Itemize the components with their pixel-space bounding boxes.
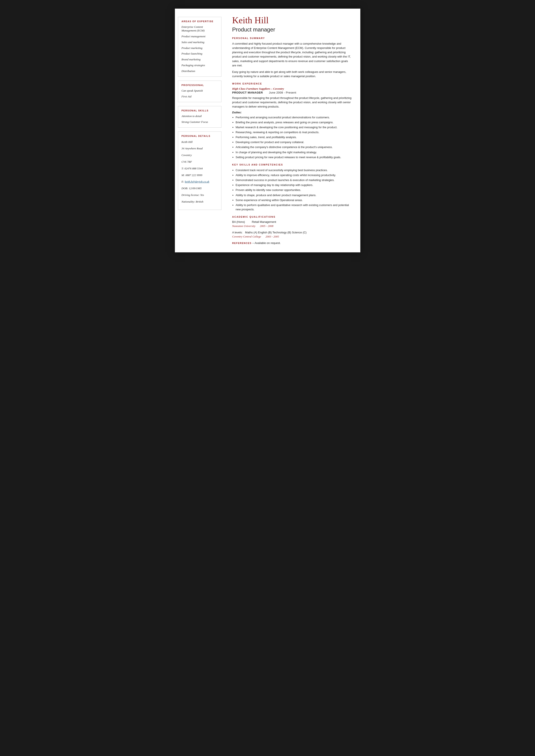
summary-paragraph-2: Easy going by nature and able to get alo… [232,70,352,78]
email-label: E: [182,180,184,183]
institution-1: Nuneaton University [232,224,256,228]
sidebar-item-customer-focus: Strong Customer Focus [182,120,218,124]
sidebar-section-professional: Professional Can speak Spanish First Aid [178,81,221,102]
degree-type-1: BA (Hons) [232,220,245,224]
sidebar-item-attention: Attention to detail [182,115,218,118]
dob: DOB: 12/09/1985 [182,186,218,191]
qual-degree-row-1: BA (Hons) Retail Management [232,220,352,224]
duty-8: In charge of planning and developing the… [236,150,352,154]
sidebar-section-personal-skills: Personal Skills Attention to detail Stro… [178,106,221,127]
skill-2: Ability to improve efficiency, reduce op… [236,173,352,177]
nationality: Nationality: British [182,200,218,204]
email-line: E: keith.h@dayjob.co.uk [182,179,218,184]
references-text: – Available on request. [252,241,281,245]
address-name: Keith Hill [182,140,218,145]
qual-institution-row-2: Coventry Central College 2003 - 2005 [232,234,352,238]
qual-alevel-row: A levels: Maths (A) English (B) Technolo… [232,231,352,234]
candidate-name: Keith Hill [232,15,352,25]
degree-subject-2: Maths (A) English (B) Technology (B) Sci… [245,231,307,234]
sidebar-item-product-marketing: Product marketing [182,46,218,50]
address-city: Coventry [182,153,218,157]
sidebar-item-spanish: Can speak Spanish [182,89,218,93]
skill-6: Ability to shape, produce and deliver pr… [236,193,352,198]
skill-8: Ability to perform qualitative and quant… [236,203,352,212]
sidebar-item-product-management: Product management [182,35,218,39]
job-position-line: PRODUCT MANAGER June 2008 - Present [232,91,352,94]
references-line: References – Available on request. [232,241,352,245]
duty-9: Setting product pricing for new product … [236,155,352,159]
mobile-number: M: 0887 222 9999 [182,173,218,177]
candidate-job-title: Product manager [232,26,352,33]
degree-type-2: A levels: [232,231,242,234]
sidebar-item-product-launching: Product launching [182,52,218,56]
sidebar-item-brand-marketing: Brand marketing [182,58,218,62]
address-postcode: CV6 7RF [182,160,218,164]
qual-years-1: 2005 - 2008 [260,224,273,228]
sidebar-item-packaging: Packaging strategies [182,64,218,67]
duty-1: Performing and arranging successful prod… [236,115,352,120]
sidebar-section-title-expertise: Areas of Expertise [182,20,218,23]
phone-number: T: 02476 888 5544 [182,166,218,171]
duty-7: Articulating the company's distinctive c… [236,145,352,149]
sidebar-item-ecm: Enterprise Content Management (ECM) [182,25,218,33]
references-label: References [232,242,252,244]
key-skills-list: Consistent track record of successfully … [236,168,352,212]
email-link[interactable]: keith.h@dayjob.co.uk [185,180,209,183]
degree-subject-1: Retail Management [252,220,276,224]
qualification-1: BA (Hons) Retail Management Nuneaton Uni… [232,220,352,228]
address-street: 34 Anywhere Road [182,146,218,151]
employer-name: High Class Furniture Suppliers – Coventr… [232,87,352,91]
qual-years-2: 2003 - 2005 [266,235,279,238]
job-dates: June 2008 - Present [269,91,296,94]
duty-3: Market research & developing the core po… [236,125,352,129]
section-heading-work: Work Experience [232,82,352,85]
summary-paragraph-1: A committed and highly focused product m… [232,41,352,68]
skill-1: Consistent track record of successfully … [236,168,352,173]
sidebar-section-personal-details: Personal Details Keith Hill 34 Anywhere … [178,131,221,210]
skill-7: Some experience of working within Operat… [236,198,352,202]
skill-3: Demonstrated success in product launches… [236,178,352,182]
sidebar: Areas of Expertise Enterprise Content Ma… [175,9,224,252]
qual-institution-row-1: Nuneaton University 2005 - 2008 [232,224,352,228]
main-content: Keith Hill Product manager Personal Summ… [224,9,360,252]
section-heading-skills: Key Skills and Competencies [232,163,352,166]
skill-5: Proven ability to identify new customer … [236,188,352,192]
job-description: Responsible for managing the product thr… [232,96,352,109]
duties-label: Duties: [232,111,352,114]
personal-details-contact: T: 02476 888 5544 M: 0887 222 9999 E: ke… [182,166,218,184]
duty-6: Developing content for product and compa… [236,140,352,145]
duty-2: Briefing the press and analysts, press r… [236,120,352,124]
sidebar-section-expertise: Areas of Expertise Enterprise Content Ma… [178,17,221,77]
skill-4: Experience of managing day to day relati… [236,183,352,187]
sidebar-section-title-personal-details: Personal Details [182,135,218,137]
duty-5: Performing sales, trend, and profitabili… [236,135,352,139]
duty-4: Researching, reviewing & reporting on co… [236,130,352,134]
sidebar-item-sales-marketing: Sales and marketing [182,40,218,44]
sidebar-item-first-aid: First Aid [182,95,218,98]
driving-license: Driving license: Yes [182,193,218,198]
job-position: PRODUCT MANAGER [232,91,263,94]
duties-list: Performing and arranging successful prod… [236,115,352,159]
section-heading-summary: Personal Summary [232,37,352,40]
personal-details-address: Keith Hill 34 Anywhere Road Coventry CV6… [182,140,218,164]
sidebar-section-title-professional: Professional [182,84,218,86]
qualification-2: A levels: Maths (A) English (B) Technolo… [232,231,352,238]
section-heading-academic: Academic Qualifications [232,216,352,218]
resume-page: Areas of Expertise Enterprise Content Ma… [175,9,360,252]
personal-details-extra: DOB: 12/09/1985 Driving license: Yes Nat… [182,186,218,204]
institution-2: Coventry Central College [232,235,261,238]
sidebar-section-title-personal-skills: Personal Skills [182,109,218,112]
sidebar-item-distribution: Distribution [182,69,218,73]
